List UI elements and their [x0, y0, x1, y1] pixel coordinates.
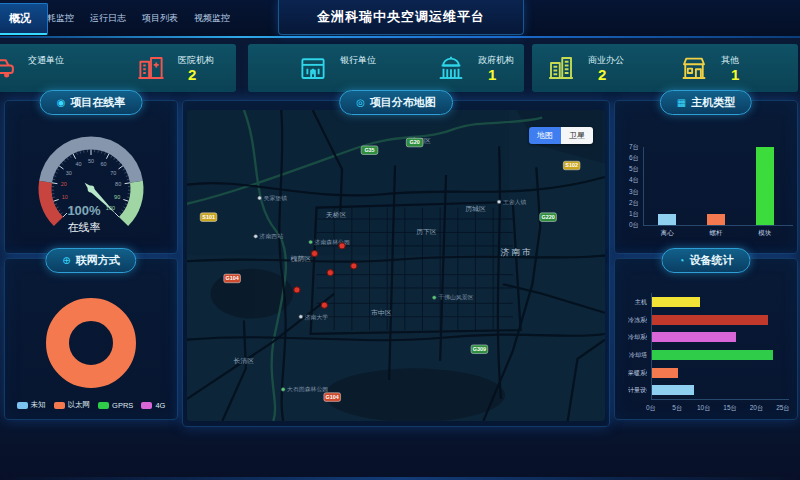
nav-tab-3[interactable]: 项目列表	[134, 3, 186, 34]
legend-label: 4G	[155, 401, 165, 410]
panel-title: 主机类型	[691, 96, 735, 108]
hospital-icon	[136, 53, 166, 83]
project-marker[interactable]	[311, 250, 317, 256]
page-title: 金洲科瑞中央空调运维平台	[317, 8, 485, 26]
y-axis	[643, 147, 644, 225]
stat-card[interactable]: 银行单位政府机构1	[248, 44, 524, 92]
stats-row: 交通单位医院机构2银行单位政府机构1商业办公2其他1	[0, 44, 800, 92]
svg-text:G20: G20	[410, 140, 420, 146]
nav-tab-2[interactable]: 运行日志	[82, 3, 134, 34]
panel-header: ⊕联网方式	[45, 248, 136, 273]
svg-text:槐荫区: 槐荫区	[291, 255, 312, 263]
y-category-label: 计量设备	[628, 386, 647, 395]
stat-value: 2	[188, 67, 214, 83]
map-canvas[interactable]: 济阳区天桥区历下区历城区槐荫区市中区长清区 吴家堡镇济南西站济南森林公园王舍人镇…	[187, 110, 605, 421]
stat-card[interactable]: 商业办公2其他1	[532, 44, 798, 92]
stat-value: 2	[598, 67, 624, 83]
panel-online-rate: ◉项目在线率 0102030405060708090100100%在线率	[4, 100, 178, 254]
bar-计量设备	[652, 385, 694, 395]
project-marker[interactable]	[327, 270, 333, 276]
nav-underline	[0, 36, 800, 38]
svg-text:G35: G35	[364, 147, 374, 153]
link-icon: ◉	[57, 97, 66, 108]
legend-item[interactable]: 未知	[17, 400, 46, 410]
bar-采暖系统	[652, 368, 678, 378]
y-category-label: 冷却系统	[628, 333, 647, 342]
nav-tab-4[interactable]: 视频监控	[186, 3, 238, 34]
stat-label: 交通单位	[28, 54, 64, 67]
x-tick-label: 15台	[718, 404, 742, 413]
y-tick-label: 3台	[615, 188, 639, 197]
page-title-box: 金洲科瑞中央空调运维平台	[278, 0, 524, 35]
svg-text:G104: G104	[326, 394, 339, 400]
panel-host-type: ▦主机类型 0台1台2台3台4台5台6台7台离心螺杆模块	[614, 100, 798, 254]
stat-item: 医院机构2	[86, 44, 236, 92]
legend-item[interactable]: GPRS	[98, 400, 133, 410]
stat-card[interactable]: 交通单位医院机构2	[0, 44, 236, 92]
panel-network-type: ⊕联网方式 未知以太网GPRS4G	[4, 258, 178, 420]
host-type-bar-chart: 0台1台2台3台4台5台6台7台离心螺杆模块	[615, 121, 797, 253]
svg-text:王舍人镇: 王舍人镇	[503, 198, 527, 206]
x-tick-label: 10台	[692, 404, 716, 413]
car-icon	[0, 53, 16, 83]
panel-project-map: ◎项目分布地图	[182, 100, 610, 427]
svg-text:济南市: 济南市	[500, 248, 532, 258]
shop-icon	[679, 53, 709, 83]
svg-text:长清区: 长清区	[234, 357, 255, 365]
panel-title: 设备统计	[690, 254, 734, 266]
bar-模块	[756, 147, 774, 225]
x-tick-label: 25台	[771, 404, 795, 413]
svg-text:50: 50	[88, 158, 94, 164]
stat-label: 医院机构	[178, 54, 214, 67]
x-tick-label: 20台	[745, 404, 769, 413]
bar-螺杆	[707, 214, 725, 225]
x-axis	[643, 225, 793, 226]
stat-value	[38, 67, 64, 83]
pie-icon: ◔	[678, 255, 684, 266]
project-marker[interactable]	[351, 263, 357, 269]
legend-swatch	[17, 402, 28, 409]
y-tick-label: 6台	[615, 154, 639, 163]
y-category-label: 主机	[628, 298, 647, 307]
legend-swatch	[98, 402, 109, 409]
legend-item[interactable]: 4G	[141, 400, 165, 410]
project-marker[interactable]	[294, 287, 300, 293]
map-type-map[interactable]: 地图	[529, 127, 561, 144]
map-type-satellite[interactable]: 卫星	[561, 127, 593, 144]
svg-text:济南西站: 济南西站	[259, 233, 284, 240]
panel-title: 联网方式	[76, 254, 120, 266]
svg-text:60: 60	[100, 161, 106, 167]
svg-text:S101: S101	[202, 214, 215, 220]
legend-item[interactable]: 以太网	[54, 400, 91, 410]
globe-icon: ⊕	[62, 255, 70, 266]
stat-item: 交通单位	[0, 44, 86, 92]
svg-text:济南大学: 济南大学	[304, 314, 329, 321]
legend-swatch	[141, 402, 152, 409]
stat-item: 银行单位	[248, 44, 386, 92]
bar-冷冻系统	[652, 315, 768, 325]
map-city-label: 济南市	[500, 248, 532, 258]
svg-text:大石崮森林公园: 大石崮森林公园	[287, 385, 328, 393]
network-legend: 未知以太网GPRS4G	[5, 400, 177, 410]
map-type-control: 地图卫星	[529, 127, 593, 144]
government-icon	[436, 53, 466, 83]
nav-tab-0[interactable]: 概况	[0, 3, 48, 35]
svg-text:S102: S102	[565, 162, 578, 168]
map-wrap: 济阳区天桥区历下区历城区槐荫区市中区长清区 吴家堡镇济南西站济南森林公园王舍人镇…	[187, 110, 605, 421]
project-marker[interactable]	[339, 243, 345, 249]
y-tick-label: 4台	[615, 176, 639, 185]
y-tick-label: 0台	[615, 221, 639, 230]
device-stats-bar-chart: 主机冷冻系统冷却系统冷却塔采暖系统计量设备0台5台10台15台20台25台	[615, 279, 797, 419]
project-marker[interactable]	[321, 302, 327, 308]
stat-label: 银行单位	[340, 54, 376, 67]
svg-text:G309: G309	[473, 346, 486, 352]
legend-label: 未知	[31, 400, 46, 410]
panel-header: ◉项目在线率	[40, 90, 143, 115]
panel-header: ◎项目分布地图	[339, 90, 453, 115]
panel-title: 项目分布地图	[370, 96, 436, 108]
y-tick-label: 2台	[615, 199, 639, 208]
x-category-label: 模块	[745, 229, 785, 238]
svg-text:市中区: 市中区	[371, 309, 392, 316]
svg-text:80: 80	[115, 181, 121, 187]
svg-text:千佛山风景区: 千佛山风景区	[438, 294, 473, 301]
